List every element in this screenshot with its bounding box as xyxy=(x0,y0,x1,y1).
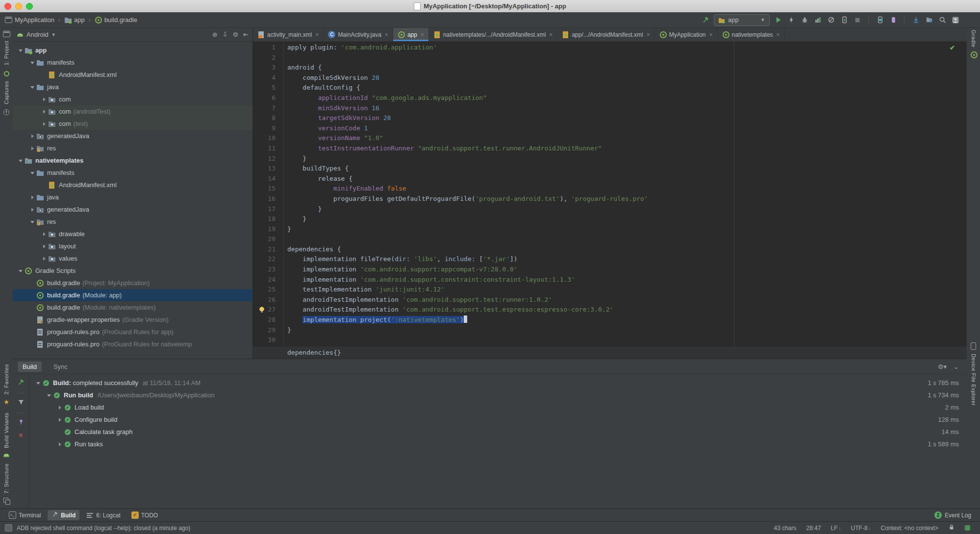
tree-row-layout[interactable]: layout xyxy=(13,240,252,252)
stop-button[interactable] xyxy=(853,15,862,25)
attach-debugger-button[interactable] xyxy=(826,15,836,25)
chevron-right-icon[interactable] xyxy=(28,203,36,216)
tab-sync[interactable]: Sync xyxy=(49,362,73,372)
breadcrumb-dependencies[interactable]: dependencies{} xyxy=(287,349,341,356)
tree-row-java[interactable]: java xyxy=(13,191,252,203)
code-line-21[interactable]: dependencies { xyxy=(287,244,967,255)
run-on-device-button[interactable] xyxy=(839,15,849,25)
close-icon[interactable]: × xyxy=(315,31,319,38)
code-line-20[interactable] xyxy=(287,234,967,244)
search-everywhere-button[interactable] xyxy=(937,15,947,25)
chevron-down-icon[interactable] xyxy=(17,265,25,277)
collapse-all-icon[interactable]: ⇩ xyxy=(223,31,228,38)
code-line-14[interactable]: release { xyxy=(287,174,967,184)
gear-icon[interactable]: ⚙▾ xyxy=(938,363,947,370)
make-project-button[interactable] xyxy=(701,15,710,25)
tree-row-build.gradle[interactable]: build.gradle(Project: MyApplication) xyxy=(13,277,252,289)
build-row-Calculate task graph[interactable]: Calculate task graph14 ms xyxy=(29,426,967,438)
tree-row-proguard-rules.pro[interactable]: proguard-rules.pro(ProGuard Rules for na… xyxy=(13,338,252,350)
code-line-23[interactable]: implementation 'com.android.support:appc… xyxy=(287,265,967,275)
intention-bulb-icon[interactable] xyxy=(259,307,265,313)
toolwindow-button-device-file-explorer[interactable]: Device File Explorer xyxy=(971,354,977,406)
build-row-Build:[interactable]: Build: completed successfullyat 11/5/18,… xyxy=(29,377,967,389)
caret-position-indicator[interactable]: 28:47 xyxy=(806,525,821,532)
locate-file-icon[interactable]: ⊕ xyxy=(212,31,218,38)
tree-row-res[interactable]: res xyxy=(13,216,252,228)
toolwindow-button-favorites[interactable]: 2: Favorites xyxy=(3,364,9,394)
rerun-build-button[interactable] xyxy=(17,379,25,388)
code-line-25[interactable]: testImplementation 'junit:junit:4.12' xyxy=(287,285,967,295)
chevron-right-icon[interactable] xyxy=(40,118,48,130)
code-line-12[interactable]: } xyxy=(287,154,967,164)
line-separator-indicator[interactable]: LF↕ xyxy=(831,525,841,532)
user-avatar-button[interactable] xyxy=(951,15,960,25)
project-structure-button[interactable] xyxy=(924,15,934,25)
chevron-down-icon[interactable] xyxy=(28,216,36,228)
chevron-down-icon[interactable] xyxy=(28,56,36,69)
code-line-19[interactable]: } xyxy=(287,224,967,235)
bottom-tab-Terminal[interactable]: Terminal xyxy=(5,510,45,520)
close-icon[interactable]: × xyxy=(647,31,650,38)
editor-tab-MainActivity.java[interactable]: MainActivity.java× xyxy=(324,28,393,41)
code-line-18[interactable]: } xyxy=(287,214,967,224)
code-area[interactable]: 1234567891011121314151617181920212223242… xyxy=(253,41,967,346)
avd-manager-button[interactable] xyxy=(875,15,885,25)
code-line-28[interactable]: implementation project(':nativetemplates… xyxy=(287,315,967,325)
tree-row-build.gradle[interactable]: build.gradle(Module: app) xyxy=(13,289,252,301)
status-message[interactable]: ADB rejected shell command (logcat --hel… xyxy=(17,525,190,532)
close-window-button[interactable] xyxy=(4,3,11,10)
bottom-tab-TODO[interactable]: TODO xyxy=(127,510,162,520)
chevron-right-icon[interactable] xyxy=(28,130,36,142)
editor-tab-MyApplication[interactable]: MyApplication× xyxy=(655,28,718,41)
status-indicator[interactable] xyxy=(965,525,970,531)
tree-row-Gradle Scripts[interactable]: Gradle Scripts xyxy=(13,265,252,277)
build-row-Load build[interactable]: Load build2 ms xyxy=(29,401,967,413)
breadcrumb-project[interactable]: MyApplication xyxy=(5,16,54,24)
tree-row-generatedJava[interactable]: generatedJava xyxy=(13,130,252,142)
toolwindow-button-structure[interactable]: 7: Structure xyxy=(3,463,9,494)
close-icon[interactable]: × xyxy=(421,31,424,38)
run-configuration-select[interactable]: app ▼ xyxy=(714,14,770,26)
chevron-down-icon[interactable] xyxy=(17,44,25,56)
chevron-down-icon[interactable] xyxy=(45,389,53,401)
pin-button[interactable] xyxy=(18,418,25,427)
chevron-right-icon[interactable] xyxy=(56,401,64,413)
breadcrumb-module[interactable]: app xyxy=(64,16,85,24)
tree-row-com[interactable]: com xyxy=(13,93,252,105)
encoding-indicator[interactable]: UTF-8↕ xyxy=(851,525,871,532)
chevron-right-icon[interactable] xyxy=(56,438,64,450)
chevron-right-icon[interactable] xyxy=(40,252,48,265)
chevron-down-icon[interactable] xyxy=(28,81,36,93)
build-row-Run tasks[interactable]: Run tasks1 s 589 ms xyxy=(29,438,967,450)
bottom-tab-Build[interactable]: Build xyxy=(48,510,79,520)
code-line-4[interactable]: compileSdkVersion 28 xyxy=(287,73,967,83)
editor-tab-nativetemplates[interactable]: nativetemplates× xyxy=(718,28,785,41)
lock-icon[interactable] xyxy=(948,524,955,532)
close-icon[interactable]: × xyxy=(385,31,388,38)
tree-row-drawable[interactable]: drawable xyxy=(13,228,252,240)
code-line-9[interactable]: versionCode 1 xyxy=(287,123,967,134)
code-line-8[interactable]: targetSdkVersion 28 xyxy=(287,113,967,123)
code-line-11[interactable]: testInstrumentationRunner "android.suppo… xyxy=(287,144,967,154)
code-line-3[interactable]: android { xyxy=(287,63,967,73)
profile-button[interactable] xyxy=(813,15,823,25)
tree-row-AndroidManifest.xml[interactable]: AndroidManifest.xml xyxy=(13,179,252,191)
code-line-6[interactable]: applicationId "com.google.ads.myapplicat… xyxy=(287,93,967,103)
toolwindow-switcher-icon[interactable] xyxy=(5,524,12,532)
breadcrumb-file[interactable]: build.gradle xyxy=(95,16,137,24)
chevron-right-icon[interactable] xyxy=(40,105,48,118)
bottom-tab-6: Logcat[interactable]: 6: Logcat xyxy=(82,510,124,520)
tree-row-proguard-rules.pro[interactable]: proguard-rules.pro(ProGuard Rules for ap… xyxy=(13,326,252,338)
minimize-window-button[interactable] xyxy=(15,3,22,10)
toolwindow-button-project[interactable]: 1: Project xyxy=(3,41,9,65)
toolwindow-button-gradle[interactable]: Gradle xyxy=(971,30,977,47)
chevron-right-icon[interactable] xyxy=(28,142,36,154)
chevron-right-icon[interactable] xyxy=(28,191,36,203)
code-line-30[interactable] xyxy=(287,335,967,345)
tree-row-generatedJava[interactable]: generatedJava xyxy=(13,203,252,216)
toolwindow-button-build-variants[interactable]: Build Variants xyxy=(3,413,9,448)
inspections-ok-icon[interactable]: ✔ xyxy=(950,44,955,51)
code-line-24[interactable]: implementation 'com.android.support.cons… xyxy=(287,275,967,285)
code-line-15[interactable]: minifyEnabled false xyxy=(287,184,967,194)
close-icon[interactable]: × xyxy=(549,31,553,38)
